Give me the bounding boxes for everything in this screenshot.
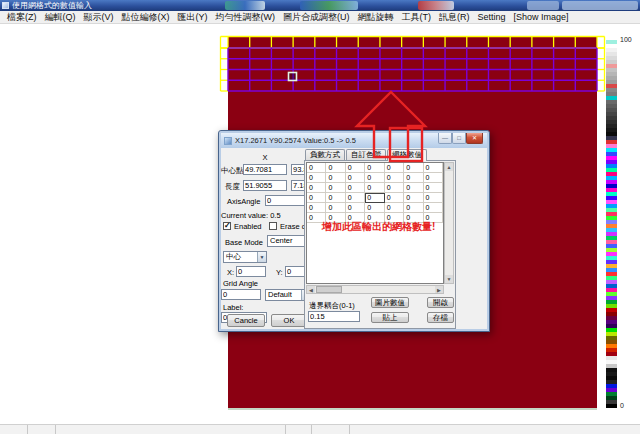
table-cell[interactable]: 0 xyxy=(346,163,365,173)
statusbar-panel xyxy=(286,425,312,434)
menu-item-9[interactable]: 工具(T) xyxy=(398,11,436,23)
maximize-button[interactable]: □ xyxy=(452,133,466,144)
scroll-left-icon[interactable]: ◀ xyxy=(307,286,315,293)
table-cell[interactable]: 0 xyxy=(346,173,365,183)
background-window-button[interactable] xyxy=(527,1,559,10)
menu-item-8[interactable]: 網點旋轉 xyxy=(354,11,398,23)
save-button[interactable]: 存檔 xyxy=(427,312,454,323)
table-cell[interactable]: 0 xyxy=(424,203,443,213)
center-point-label: 中心點 xyxy=(221,166,244,175)
menu-item-12[interactable]: [Show Image] xyxy=(510,11,573,23)
table-cell[interactable]: 0 xyxy=(365,203,384,213)
table-cell[interactable]: 0 xyxy=(404,183,423,193)
menu-item-4[interactable]: 點位編修(X) xyxy=(118,11,174,23)
menu-item-2[interactable]: 編輯(Q) xyxy=(41,11,80,23)
y-offset-label: Y: xyxy=(276,268,283,277)
table-cell[interactable]: 0 xyxy=(307,163,326,173)
table-cell[interactable]: 0 xyxy=(404,203,423,213)
length-x-input[interactable] xyxy=(243,180,287,191)
scroll-right-icon[interactable]: ▶ xyxy=(435,286,443,293)
table-cell[interactable]: 0 xyxy=(326,183,345,193)
table-cell[interactable]: 0 xyxy=(326,193,345,203)
length-label: 長度 xyxy=(225,182,240,191)
table-cell[interactable]: 0 xyxy=(424,193,443,203)
minimize-button[interactable]: — xyxy=(438,133,452,144)
base-mode-value: Center xyxy=(270,236,293,245)
table-cell[interactable]: 0 xyxy=(307,173,326,183)
table-cell[interactable]: 0 xyxy=(346,203,365,213)
table-cell[interactable]: 0 xyxy=(385,163,404,173)
table-cell[interactable]: 0 xyxy=(346,193,365,203)
menu-item-5[interactable]: 匯出(Y) xyxy=(174,11,212,23)
table-cell[interactable]: 0 xyxy=(385,203,404,213)
table-cell[interactable]: 0 xyxy=(404,163,423,173)
cancel-button[interactable]: Cancle xyxy=(227,314,265,327)
anchor-select[interactable]: 中心 ▼ xyxy=(223,251,267,263)
statusbar-panel xyxy=(28,425,56,434)
table-cell[interactable]: 0 xyxy=(346,183,365,193)
colorbar xyxy=(606,40,617,408)
colorbar-min-label: 0 xyxy=(620,402,624,409)
grid-angle-input[interactable] xyxy=(221,289,261,300)
table-cell[interactable]: 0 xyxy=(307,203,326,213)
menu-item-3[interactable]: 顯示(V) xyxy=(80,11,118,23)
status-bar xyxy=(0,424,640,434)
table-cell[interactable]: 0 xyxy=(326,163,345,173)
x-offset-label: X: xyxy=(227,268,234,277)
horizontal-scrollbar[interactable]: ◀ ▶ xyxy=(306,285,444,294)
table-cell[interactable]: 0 xyxy=(424,163,443,173)
app-window: 使用網格式的數值輸入 檔案(Z)編輯(Q)顯示(V)點位編修(X)匯出(Y)均勻… xyxy=(0,0,640,434)
menu-item-7[interactable]: 圖片合成調整(U) xyxy=(279,11,354,23)
table-cell[interactable]: 0 xyxy=(307,183,326,193)
label-label: Label: xyxy=(223,303,243,312)
column-header-x: X xyxy=(243,153,287,162)
table-cell[interactable]: 0 xyxy=(307,193,326,203)
table-cell[interactable]: 0 xyxy=(365,163,384,173)
table-cell[interactable]: 0 xyxy=(424,183,443,193)
scroll-down-icon[interactable]: ▼ xyxy=(445,275,453,283)
table-cell[interactable]: 0 xyxy=(326,203,345,213)
paste-button[interactable]: 貼上 xyxy=(371,312,409,323)
table-cell[interactable]: 0 xyxy=(404,173,423,183)
table-cell[interactable]: 0 xyxy=(385,173,404,183)
table-cell[interactable]: 0 xyxy=(424,173,443,183)
scrollbar-thumb[interactable] xyxy=(316,286,342,293)
menu-item-1[interactable]: 檔案(Z) xyxy=(3,11,41,23)
window-title: 使用網格式的數值輸入 xyxy=(12,1,92,11)
enabled-checkbox[interactable] xyxy=(223,222,231,230)
table-cell[interactable]: 0 xyxy=(404,193,423,203)
center-x-input[interactable] xyxy=(243,164,287,175)
colorbar-max-label: 100 xyxy=(620,36,632,43)
menu-item-10[interactable]: 訊息(R) xyxy=(435,11,474,23)
boundary-blend-label: 邊界耦合(0-1) xyxy=(309,301,355,310)
dialog-icon xyxy=(224,137,232,145)
x-offset-input[interactable] xyxy=(236,266,266,277)
menu-item-11[interactable]: Setting xyxy=(474,11,510,23)
background-window-button[interactable] xyxy=(562,1,638,10)
scroll-up-icon[interactable]: ▲ xyxy=(445,163,453,171)
enabled-label: Enabled xyxy=(234,222,262,231)
ok-button[interactable]: OK xyxy=(271,314,307,327)
background-window-fragment xyxy=(225,1,265,10)
table-cell[interactable]: 0 xyxy=(365,173,384,183)
chevron-down-icon: ▼ xyxy=(257,252,266,262)
table-cell[interactable]: 0 xyxy=(365,183,384,193)
statusbar-panel xyxy=(0,425,28,434)
grid-angle-label: Grid Angle xyxy=(223,279,258,288)
table-cell[interactable]: 0 xyxy=(385,193,404,203)
close-button[interactable]: ✕ xyxy=(466,133,483,144)
vertical-scrollbar[interactable]: ▲ ▼ xyxy=(444,162,454,284)
open-button[interactable]: 開啟 xyxy=(427,297,454,308)
table-cell[interactable]: 0 xyxy=(326,173,345,183)
menu-item-6[interactable]: 均勻性調整(W) xyxy=(212,11,280,23)
image-values-button[interactable]: 圖片數值 xyxy=(371,297,409,308)
table-cell[interactable]: 0 xyxy=(365,193,384,203)
current-value-text: Current value: 0.5 xyxy=(221,211,281,220)
erase-dots-checkbox[interactable] xyxy=(269,222,277,230)
tab-3[interactable]: 網格數值 xyxy=(387,149,427,161)
boundary-blend-input[interactable] xyxy=(308,311,360,322)
grid-angle-mode-value: Default xyxy=(268,290,292,299)
anchor-value: 中心 xyxy=(226,252,241,261)
app-icon xyxy=(2,2,9,9)
table-cell[interactable]: 0 xyxy=(385,183,404,193)
